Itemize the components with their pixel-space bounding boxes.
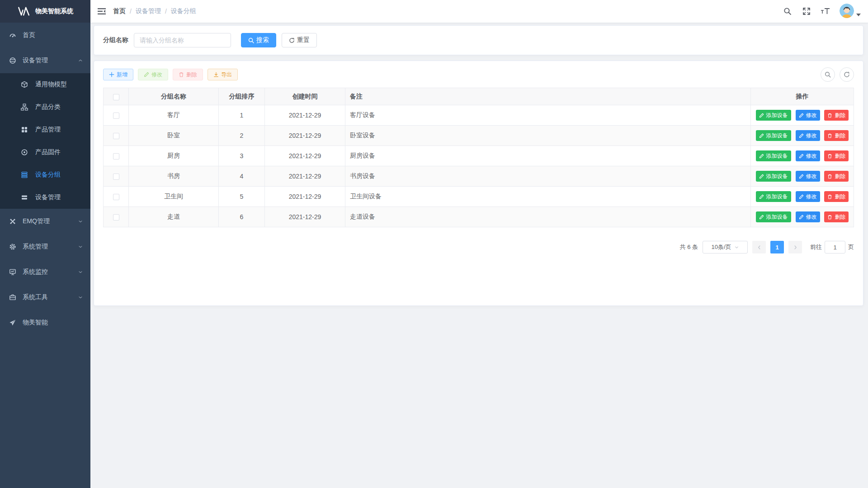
emq-icon <box>9 218 16 225</box>
toggle-search-button[interactable] <box>821 67 835 82</box>
row-checkbox[interactable] <box>113 214 119 221</box>
row-delete-button[interactable]: 删除 <box>824 171 849 182</box>
row-delete-button[interactable]: 删除 <box>824 130 849 141</box>
sidebar-item-thing-model[interactable]: 通用物模型 <box>0 73 90 96</box>
header-remark: 备注 <box>345 88 751 105</box>
search-panel: 分组名称 搜索 重置 <box>94 25 863 55</box>
row-edit-button[interactable]: 修改 <box>796 110 820 121</box>
prev-page-button[interactable] <box>752 241 766 253</box>
table-tools <box>821 67 854 82</box>
row-edit-button[interactable]: 修改 <box>796 171 820 182</box>
sidebar-item-home[interactable]: 首页 <box>0 23 90 48</box>
add-device-button[interactable]: 添加设备 <box>756 110 791 121</box>
sidebar-item-system-management[interactable]: 系统管理 <box>0 234 90 259</box>
pagination-total: 共 6 条 <box>680 243 698 251</box>
sidebar-item-label: 设备管理 <box>35 193 61 202</box>
cell-group-name: 走道 <box>129 207 219 227</box>
row-checkbox[interactable] <box>113 194 119 200</box>
breadcrumb-home[interactable]: 首页 <box>113 7 126 15</box>
row-checkbox[interactable] <box>113 153 119 160</box>
add-button[interactable]: 新增 <box>103 69 133 80</box>
edit-button[interactable]: 修改 <box>138 69 168 80</box>
cell-group-name: 客厅 <box>129 105 219 126</box>
sidebar-item-product-management[interactable]: 产品管理 <box>0 118 90 141</box>
edit-icon <box>799 174 804 179</box>
sidebar-menu: 首页 设备管理 通用物模型 <box>0 23 90 488</box>
chevron-left-icon <box>757 245 762 250</box>
trash-icon <box>827 113 832 118</box>
sidebar-item-device-list[interactable]: 设备管理 <box>0 186 90 209</box>
add-device-button[interactable]: 添加设备 <box>756 211 791 222</box>
row-delete-button[interactable]: 删除 <box>824 150 849 161</box>
grid-icon <box>21 126 28 133</box>
edit-icon <box>759 154 764 159</box>
toolbox-icon <box>9 294 16 301</box>
sidebar-item-device-management[interactable]: 设备管理 <box>0 48 90 73</box>
refresh-table-button[interactable] <box>840 67 854 82</box>
row-edit-button[interactable]: 修改 <box>796 130 820 141</box>
cell-remark: 卧室设备 <box>345 126 751 146</box>
search-button[interactable]: 搜索 <box>241 33 276 47</box>
breadcrumb-device-group: 设备分组 <box>171 7 196 15</box>
refresh-icon <box>289 38 295 43</box>
plus-icon <box>109 72 114 77</box>
breadcrumb-device-management: 设备管理 <box>136 7 161 15</box>
cell-remark: 走道设备 <box>345 207 751 227</box>
cell-group-name: 书房 <box>129 166 219 187</box>
group-icon <box>21 171 28 178</box>
row-edit-button[interactable]: 修改 <box>796 150 820 161</box>
row-checkbox[interactable] <box>113 113 119 119</box>
page-number-1[interactable]: 1 <box>770 241 784 253</box>
goto-page-input[interactable] <box>825 241 845 253</box>
row-checkbox[interactable] <box>113 133 119 139</box>
next-page-button[interactable] <box>788 241 802 253</box>
add-device-button[interactable]: 添加设备 <box>756 191 791 202</box>
cell-group-name: 厨房 <box>129 146 219 166</box>
sidebar-item-emq-management[interactable]: EMQ管理 <box>0 209 90 234</box>
cell-created-time: 2021-12-29 <box>265 166 345 187</box>
page-size-select[interactable]: 10条/页 <box>703 241 748 253</box>
fullscreen-button[interactable] <box>799 2 814 20</box>
app-logo[interactable]: 物美智能系统 <box>0 0 90 23</box>
cell-remark: 客厅设备 <box>345 105 751 126</box>
edit-icon <box>799 154 804 159</box>
list-icon <box>21 194 28 201</box>
delete-button[interactable]: 删除 <box>173 69 203 80</box>
page-content: 分组名称 搜索 重置 <box>90 23 868 488</box>
add-device-button[interactable]: 添加设备 <box>756 130 791 141</box>
sidebar-item-system-monitor[interactable]: 系统监控 <box>0 259 90 285</box>
group-name-input[interactable] <box>134 33 231 47</box>
search-icon <box>783 7 792 15</box>
cell-group-order: 3 <box>219 146 265 166</box>
sidebar-item-device-group[interactable]: 设备分组 <box>0 164 90 186</box>
add-device-button[interactable]: 添加设备 <box>756 171 791 182</box>
sidebar-item-wumei-smart[interactable]: 物美智能 <box>0 310 90 335</box>
app-root: 物美智能系统 首页 设备管理 <box>0 0 868 488</box>
export-button[interactable]: 导出 <box>208 69 238 80</box>
chevron-down-icon <box>78 244 83 249</box>
add-device-button[interactable]: 添加设备 <box>756 150 791 161</box>
breadcrumb: 首页 / 设备管理 / 设备分组 <box>113 7 196 15</box>
app-title: 物美智能系统 <box>35 7 73 15</box>
select-all-checkbox[interactable] <box>113 94 119 100</box>
edit-icon <box>759 194 764 199</box>
user-menu[interactable] <box>840 4 861 19</box>
row-edit-button[interactable]: 修改 <box>796 211 820 222</box>
row-edit-button[interactable]: 修改 <box>796 191 820 202</box>
sidebar-item-product-category[interactable]: 产品分类 <box>0 96 90 118</box>
cell-created-time: 2021-12-29 <box>265 146 345 166</box>
chevron-down-icon <box>78 269 83 275</box>
row-delete-button[interactable]: 删除 <box>824 211 849 222</box>
sidebar-toggle-button[interactable] <box>90 0 113 23</box>
row-delete-button[interactable]: 删除 <box>824 191 849 202</box>
row-delete-button[interactable]: 删除 <box>824 110 849 121</box>
cell-group-order: 4 <box>219 166 265 187</box>
page-jump: 前往 页 <box>810 241 854 253</box>
header-search-button[interactable] <box>780 2 795 20</box>
row-checkbox[interactable] <box>113 174 119 180</box>
reset-button[interactable]: 重置 <box>282 33 317 47</box>
sidebar-item-system-tools[interactable]: 系统工具 <box>0 285 90 310</box>
sidebar-item-product-firmware[interactable]: 产品固件 <box>0 141 90 164</box>
font-size-button[interactable] <box>818 2 833 20</box>
trash-icon <box>827 133 832 138</box>
